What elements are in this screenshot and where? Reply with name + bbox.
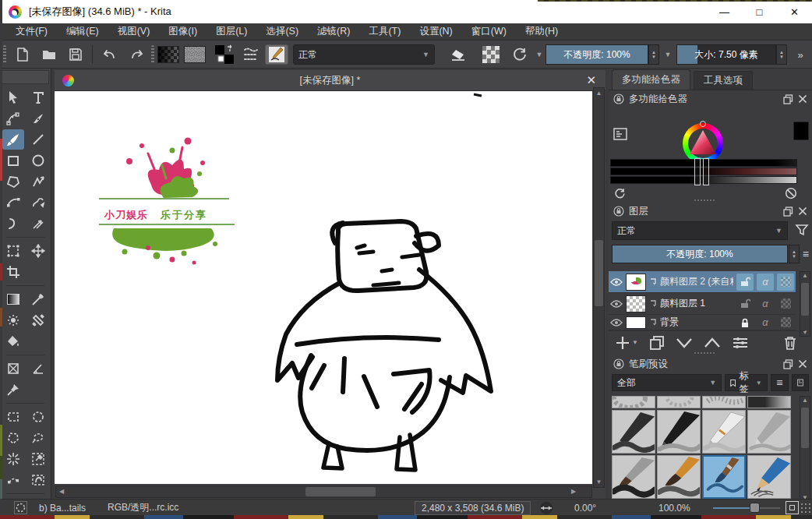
layer-row[interactable]: 颜料图层 2 (来自粘贴) α [609,271,796,293]
size-spinner[interactable]: ▲▼ [776,44,787,65]
refresh-history-icon[interactable] [613,187,627,200]
slider-handle-icon[interactable] [694,158,701,185]
edit-brush-settings-button[interactable] [265,44,288,65]
zoom-percentage[interactable]: 100.0% [658,500,690,516]
docker-lock-icon[interactable] [613,358,624,369]
inherit-alpha-toggle[interactable]: α [757,315,774,330]
layer-locked-icon[interactable] [736,315,754,330]
blending-mode-dropdown[interactable]: 正常 ▼ [293,44,435,65]
layer-lock-alpha-icon[interactable] [736,295,754,312]
tab-advanced-color-selector[interactable]: 多功能拾色器 [612,69,690,90]
move-layer-down-button[interactable] [676,337,693,348]
layer-opacity-spinner[interactable]: ▲▼ [789,245,800,263]
layer-expand-icon[interactable] [649,278,657,286]
brush-preset-airbrush[interactable] [747,396,791,408]
save-button[interactable] [64,44,87,65]
tool-assistants[interactable] [2,358,24,379]
selection-display-mode-button[interactable] [14,500,27,516]
canvas-title-bar[interactable]: [未保存图像] * ✕ [55,70,605,91]
menu-settings[interactable]: 设置(N) [410,23,461,40]
float-panel-icon[interactable] [783,359,793,369]
brush-preset-ink-pen[interactable] [702,410,746,454]
close-panel-icon[interactable] [798,94,807,104]
tool-freehand-path[interactable] [27,192,49,213]
tool-polygon-select[interactable] [2,428,24,448]
alpha-channel-icon[interactable] [777,295,794,312]
reload-preset-button[interactable] [508,44,531,65]
docker-lock-icon[interactable] [613,206,624,217]
tool-similar-select[interactable] [27,449,49,469]
layer-expand-icon[interactable] [649,319,657,327]
inherit-alpha-toggle[interactable]: α [757,295,774,312]
layer-blend-mode-dropdown[interactable]: 正常 ▼ [612,221,788,240]
slider-handle-icon[interactable] [703,158,709,185]
tool-fill[interactable] [2,331,24,351]
layer-thumbnail[interactable] [626,295,646,312]
preset-filter-dropdown[interactable]: 全部 ▼ [612,374,722,391]
opacity-slider[interactable]: 不透明度: 100% [545,44,648,65]
tool-gradient[interactable] [2,289,24,309]
tool-measure[interactable] [27,358,49,379]
tool-text[interactable] [27,87,49,108]
maximize-button[interactable]: □ [742,0,777,23]
no-color-icon[interactable] [785,187,797,199]
alpha-channel-icon[interactable] [777,274,794,291]
hue-marker-icon[interactable] [700,121,706,127]
close-panel-icon[interactable] [798,207,807,216]
toolbar-grip[interactable] [3,45,6,64]
panel-splitter[interactable] [694,352,715,354]
brush-preset-pen-dark[interactable] [612,410,655,454]
add-layer-button[interactable]: ▼ [615,335,638,351]
menu-select[interactable]: 选择(S) [256,23,308,40]
close-panel-icon[interactable] [798,359,807,369]
foreground-color-swatch[interactable] [793,122,809,140]
canvas-rotation-value[interactable]: 0.00° [574,500,596,516]
layer-properties-button[interactable] [732,336,749,350]
preserve-alpha-button[interactable] [478,44,503,65]
layer-opacity-slider[interactable]: 不透明度: 100% [612,245,788,263]
menu-window[interactable]: 窗口(W) [462,23,516,40]
alpha-channel-icon[interactable] [777,315,794,330]
brush-preset-orange-brush[interactable] [657,455,701,499]
tool-contiguous-select[interactable] [2,449,24,469]
float-panel-icon[interactable] [783,94,793,104]
brush-preset-pen-black[interactable] [657,410,701,454]
move-layer-up-button[interactable] [704,337,721,348]
tool-magnetic-select[interactable] [27,470,49,490]
canvas[interactable]: 小刀娱乐 乐于分享 [55,91,592,484]
brush-preset-chooser-button[interactable] [240,44,262,65]
delete-layer-button[interactable] [783,335,797,351]
tool-color-sampler[interactable] [27,289,49,309]
menu-file[interactable]: 文件(F) [6,23,57,40]
tool-select-shapes[interactable] [2,87,24,108]
tool-reference-images[interactable] [2,380,24,400]
tool-freehand-select[interactable] [27,428,49,448]
menu-edit[interactable]: 编辑(E) [57,23,108,40]
close-button[interactable]: ✕ [777,0,812,23]
tool-bezier-select[interactable] [2,470,24,490]
toolbox-header[interactable] [2,70,49,84]
color-profile-info[interactable]: RGB/透明...rc.icc [108,500,178,516]
panel-splitter[interactable] [694,199,715,201]
menu-help[interactable]: 帮助(H) [516,23,567,40]
reload-options-caret[interactable]: ▼ [535,44,544,65]
opacity-spinner[interactable]: ▲▼ [648,44,659,65]
tag-button[interactable]: 标签 ▼ [725,374,768,391]
tool-calligraphy[interactable] [27,108,49,129]
brush-preset-eraser-circle[interactable] [612,396,655,408]
tool-line[interactable] [27,129,49,150]
selector-settings-button[interactable] [613,128,627,140]
scroll-up-icon[interactable]: ▲ [800,272,810,279]
inherit-alpha-toggle[interactable]: α [757,274,774,291]
brush-scrollbar[interactable]: ▲ ▼ [800,396,810,502]
current-brush-info[interactable]: b) Ba...tails [39,500,86,516]
toolbar-grip-2[interactable] [151,45,154,64]
tool-dynamic-brush[interactable] [2,214,24,234]
brush-preset-eraser-soft[interactable] [657,396,701,408]
visibility-eye-icon[interactable] [610,277,623,287]
eraser-mode-button[interactable] [446,44,471,65]
scroll-right-icon[interactable]: ▶ [568,486,579,497]
tool-ellipse-select[interactable] [27,407,49,427]
menu-image[interactable]: 图像(I) [159,23,207,40]
brush-preset-wet-brush[interactable] [612,455,655,499]
